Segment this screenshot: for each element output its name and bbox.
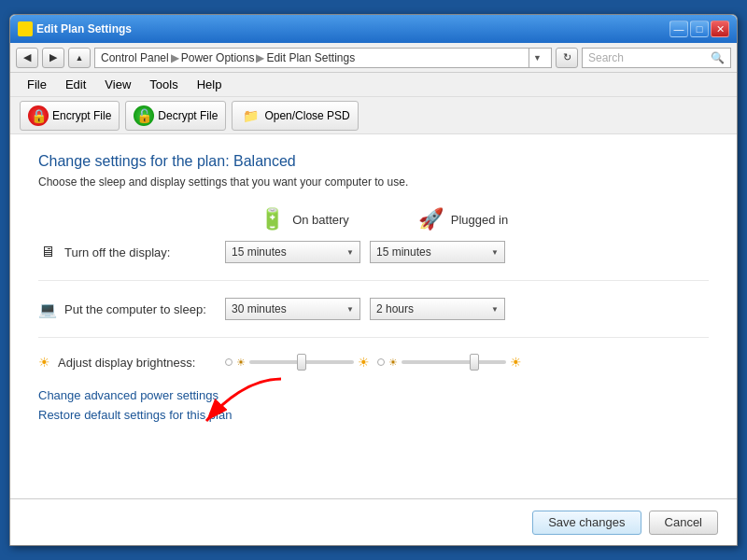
sun-small-icon: ☀: [236, 357, 246, 369]
display-battery-dropdown[interactable]: 15 minutes ▼: [225, 241, 360, 263]
plugged-brightness-thumb[interactable]: [470, 354, 479, 371]
sun-large-icon: ☀: [358, 355, 370, 370]
sleep-icon: 💻: [38, 300, 57, 318]
display-icon: 🖥: [38, 243, 57, 261]
decrypt-label: Decrypt File: [158, 109, 218, 122]
sun-small-icon-2: ☀: [388, 357, 398, 369]
col-plugged-header: 🚀 Plugged in: [384, 207, 543, 231]
minimize-button[interactable]: —: [669, 21, 688, 37]
menu-edit[interactable]: Edit: [56, 75, 95, 94]
toolbar: 🔒 Encrypt File 🔓 Decrypt File 📁 Open/Clo…: [10, 97, 737, 134]
sleep-row: 💻 Put the computer to sleep: 30 minutes …: [38, 298, 709, 338]
battery-brightness-slider[interactable]: [249, 360, 354, 364]
forward-button[interactable]: ▶: [42, 48, 64, 68]
page-subtitle: Choose the sleep and display settings th…: [38, 175, 709, 189]
bottom-bar: Save changes Cancel: [10, 498, 737, 545]
restore-defaults-link[interactable]: Restore default settings for this plan: [38, 408, 709, 422]
sun-large-icon-2: ☀: [510, 355, 522, 370]
plugged-brightness-dot: [377, 358, 385, 366]
column-headers: 🔋 On battery 🚀 Plugged in: [225, 207, 709, 231]
brightness-icon: ☀: [38, 355, 50, 370]
battery-brightness-group: ☀ ☀: [225, 355, 370, 370]
page-title: Change settings for the plan: Balanced: [38, 153, 709, 170]
battery-brightness-dot: [225, 358, 233, 366]
menu-view[interactable]: View: [95, 75, 140, 94]
display-row: 🖥 Turn off the display: 15 minutes ▼ 15 …: [38, 241, 709, 281]
col-battery-header: 🔋 On battery: [225, 207, 384, 231]
refresh-button[interactable]: ↻: [556, 48, 578, 68]
display-battery-value: 15 minutes: [232, 245, 287, 259]
decrypt-button[interactable]: 🔓 Decrypt File: [125, 101, 226, 131]
menu-tools[interactable]: Tools: [140, 75, 187, 94]
psd-label: Open/Close PSD: [264, 109, 349, 122]
back-button[interactable]: ◀: [16, 48, 38, 68]
window-title: Edit Plan Settings: [36, 22, 132, 35]
display-label: 🖥 Turn off the display:: [38, 243, 225, 261]
links-section: Change advanced power settings Restore d…: [38, 388, 709, 422]
save-button[interactable]: Save changes: [532, 511, 641, 535]
psd-button[interactable]: 📁 Open/Close PSD: [232, 101, 358, 131]
search-input[interactable]: Search 🔍: [582, 48, 731, 68]
titlebar-left: Edit Plan Settings: [18, 21, 132, 36]
plugged-label: Plugged in: [451, 213, 508, 227]
chevron-down-icon: ▼: [346, 248, 354, 257]
encrypt-button[interactable]: 🔒 Encrypt File: [20, 101, 120, 131]
annotation-arrow: [188, 374, 300, 430]
menu-help[interactable]: Help: [188, 75, 232, 94]
plugged-icon: 🚀: [418, 207, 444, 231]
battery-label: On battery: [292, 213, 349, 227]
sleep-controls: 30 minutes ▼ 2 hours ▼: [225, 298, 505, 320]
address-box[interactable]: Control Panel ▶ Power Options ▶ Edit Pla…: [94, 48, 552, 68]
sleep-plugged-dropdown[interactable]: 2 hours ▼: [370, 298, 505, 320]
plugged-brightness-slider[interactable]: [402, 360, 506, 364]
psd-icon: 📁: [240, 105, 261, 126]
chevron-down-icon: ▼: [346, 305, 354, 314]
display-plugged-dropdown[interactable]: 15 minutes ▼: [370, 241, 505, 263]
sleep-battery-dropdown[interactable]: 30 minutes ▼: [225, 298, 360, 320]
menubar: File Edit View Tools Help: [10, 73, 737, 97]
brightness-controls: ☀ ☀ ☀ ☀: [225, 355, 522, 370]
chevron-down-icon: ▼: [491, 305, 499, 314]
battery-brightness-thumb[interactable]: [297, 354, 306, 371]
cancel-button[interactable]: Cancel: [649, 511, 718, 535]
window-icon: [18, 21, 33, 36]
advanced-settings-link[interactable]: Change advanced power settings: [38, 388, 709, 402]
breadcrumb: Control Panel ▶ Power Options ▶ Edit Pla…: [101, 51, 529, 64]
up-button[interactable]: ▲: [68, 48, 91, 68]
search-icon: 🔍: [711, 51, 725, 64]
plugged-brightness-group: ☀ ☀: [377, 355, 522, 370]
encrypt-label: Encrypt File: [52, 109, 111, 122]
battery-icon: 🔋: [260, 207, 285, 231]
titlebar-buttons: — □ ✕: [669, 21, 729, 37]
menu-file[interactable]: File: [18, 75, 56, 94]
display-text: Turn off the display:: [64, 245, 170, 259]
display-plugged-value: 15 minutes: [376, 245, 431, 259]
sleep-text: Put the computer to sleep:: [64, 302, 206, 316]
sleep-battery-value: 30 minutes: [232, 302, 287, 315]
maximize-button[interactable]: □: [690, 21, 709, 37]
brightness-text: Adjust display brightness:: [58, 356, 195, 370]
addressbar: ◀ ▶ ▲ Control Panel ▶ Power Options ▶ Ed…: [10, 43, 737, 73]
search-placeholder: Search: [588, 51, 707, 64]
address-dropdown-button[interactable]: ▼: [529, 48, 545, 68]
sleep-plugged-value: 2 hours: [376, 302, 414, 315]
brightness-row: ☀ Adjust display brightness: ☀ ☀ ☀: [38, 355, 709, 370]
content-area: Change settings for the plan: Balanced C…: [10, 134, 737, 498]
brightness-label: ☀ Adjust display brightness:: [38, 355, 225, 370]
encrypt-icon: 🔒: [28, 105, 49, 126]
titlebar: Edit Plan Settings — □ ✕: [10, 15, 737, 43]
close-button[interactable]: ✕: [711, 21, 729, 37]
decrypt-icon: 🔓: [134, 105, 154, 126]
sleep-label: 💻 Put the computer to sleep:: [38, 300, 225, 318]
chevron-down-icon: ▼: [491, 248, 499, 257]
display-controls: 15 minutes ▼ 15 minutes ▼: [225, 241, 505, 263]
main-window: Edit Plan Settings — □ ✕ ◀ ▶ ▲ Control P…: [9, 14, 738, 546]
